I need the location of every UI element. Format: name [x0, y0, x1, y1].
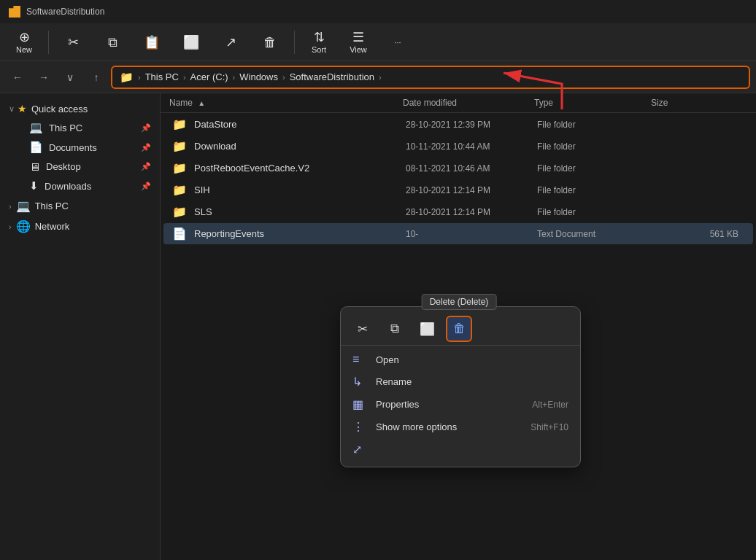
more-button[interactable]: ··· [379, 26, 416, 58]
column-name[interactable]: Name ▲ [169, 98, 403, 108]
address-chevron-4: › [379, 73, 382, 82]
file-date: 08-11-2021 10:46 AM [406, 163, 537, 174]
sidebar-item-quick-access[interactable]: ∨ ★ Quick access [3, 100, 157, 117]
cut-button[interactable]: ✂ [55, 26, 91, 58]
address-softwaredist: SoftwareDistribution [290, 71, 374, 82]
ctx-rename-button[interactable]: ⬜ [414, 316, 440, 342]
ctx-copy-button[interactable]: ⧉ [382, 316, 408, 342]
back-button[interactable]: ← [6, 66, 29, 89]
doc-icon: 📄 [172, 227, 187, 241]
new-icon: ⊕ [19, 31, 30, 44]
documents-pin-icon: 📌 [141, 143, 151, 152]
copy-button[interactable]: ⧉ [94, 26, 131, 58]
column-type[interactable]: Type [534, 98, 651, 108]
network-icon: 🌐 [16, 219, 31, 233]
table-row[interactable]: 📁 SIH 28-10-2021 12:14 PM File folder [163, 179, 753, 201]
ctx-properties-icon: ▦ [352, 397, 367, 411]
forward-button[interactable]: → [32, 66, 55, 89]
view-icon: ☰ [352, 31, 364, 44]
delete-icon: 🗑 [263, 36, 277, 49]
this-pc-pin-icon: 📌 [141, 123, 151, 133]
this-pc-label: This PC [35, 201, 69, 211]
ctx-delete-button[interactable]: 🗑 [446, 316, 472, 342]
address-folder-icon: 📁 [120, 71, 134, 84]
sidebar-item-this-pc-sub[interactable]: 💻 This PC 📌 [3, 118, 157, 137]
view-button[interactable]: ☰ View [340, 26, 377, 58]
sidebar-item-downloads[interactable]: ⬇ Downloads 📌 [3, 176, 157, 195]
sort-label: Sort [312, 45, 326, 54]
file-name: Download [194, 141, 406, 152]
table-row[interactable]: 📁 Download 10-11-2021 10:44 AM File fold… [163, 136, 753, 157]
address-windows: Windows [239, 71, 278, 82]
ctx-expand-item[interactable]: ⤢ [341, 438, 580, 461]
separator-2 [294, 31, 295, 54]
file-size: 561 KB [654, 229, 744, 239]
quick-access-label: Quick access [31, 104, 88, 114]
folder-icon: 📁 [172, 117, 187, 131]
paste-button[interactable]: 📋 [134, 26, 170, 58]
column-size[interactable]: Size [651, 98, 747, 108]
ctx-open-label: Open [376, 354, 560, 365]
delete-tooltip: Delete (Delete) [422, 294, 497, 310]
network-chevron: › [9, 222, 12, 231]
separator-1 [48, 31, 49, 54]
file-date: 28-10-2021 12:14 PM [406, 207, 537, 217]
folder-icon: 📁 [172, 183, 187, 197]
delete-button[interactable]: 🗑 [252, 26, 288, 58]
file-date: 10- [406, 229, 537, 239]
sidebar-item-network[interactable]: › 🌐 Network [3, 217, 157, 236]
file-type: File folder [537, 141, 654, 152]
ctx-rename-item[interactable]: ↳ Rename [341, 370, 580, 393]
this-pc-sub-label: This PC [49, 122, 82, 133]
file-date: 28-10-2021 12:14 PM [406, 185, 537, 195]
title-bar: SoftwareDistribution [0, 0, 756, 23]
this-pc-chevron: › [9, 202, 12, 211]
ctx-rename-label: Rename [376, 376, 560, 387]
ctx-properties-shortcut: Alt+Enter [532, 400, 568, 410]
address-this-pc: This PC [145, 71, 179, 82]
documents-label: Documents [49, 142, 97, 153]
folder-icon: 📁 [172, 161, 187, 175]
more-label: ··· [394, 38, 401, 47]
sort-button[interactable]: ⇅ Sort [301, 26, 337, 58]
sort-indicator: ▲ [198, 99, 205, 107]
ctx-more-shortcut: Shift+F10 [531, 422, 568, 432]
file-type: File folder [537, 163, 654, 174]
table-row[interactable]: 📁 SLS 28-10-2021 12:14 PM File folder [163, 201, 753, 222]
context-menu-top-icons: ✂ ⧉ ⬜ Delete (Delete) 🗑 [341, 313, 580, 346]
file-type: File folder [537, 207, 654, 217]
address-bar[interactable]: 📁 › This PC › Acer (C:) › Windows › Soft… [111, 66, 750, 89]
sidebar-item-documents[interactable]: 📄 Documents 📌 [3, 138, 157, 157]
view-label: View [350, 45, 367, 54]
address-drive: Acer (C:) [190, 71, 228, 82]
table-row[interactable]: 📁 PostRebootEventCache.V2 08-11-2021 10:… [163, 158, 753, 179]
new-button[interactable]: ⊕ New [6, 26, 42, 58]
file-name: SIH [194, 184, 406, 195]
column-date[interactable]: Date modified [403, 98, 534, 108]
downloads-pin-icon: 📌 [141, 182, 151, 191]
share-icon: ↗ [225, 36, 236, 49]
share-button[interactable]: ↗ [212, 26, 249, 58]
sort-icon: ⇅ [314, 31, 325, 44]
ctx-open-tab-item[interactable]: ≡ Open [341, 349, 580, 370]
sidebar-item-this-pc[interactable]: › 💻 This PC [3, 196, 157, 216]
up-button[interactable]: ↑ [85, 66, 108, 89]
table-row[interactable]: 📄 ReportingEvents 10- Text Document 561 … [163, 223, 753, 244]
ctx-expand-icon: ⤢ [352, 443, 367, 456]
ctx-more-options-item[interactable]: ⋮ Show more options Shift+F10 [341, 416, 580, 438]
rename-button[interactable]: ⬜ [173, 26, 209, 58]
file-date: 10-11-2021 10:44 AM [406, 141, 537, 152]
ctx-properties-item[interactable]: ▦ Properties Alt+Enter [341, 393, 580, 416]
context-menu: ✂ ⧉ ⬜ Delete (Delete) 🗑 ≡ Open ↳ Rename … [340, 306, 581, 467]
file-type: File folder [537, 120, 654, 130]
ctx-cut-button[interactable]: ✂ [350, 316, 376, 342]
address-chevron-2: › [233, 73, 236, 82]
column-date-label: Date modified [403, 98, 457, 108]
folder-icon: 📁 [172, 205, 187, 219]
sidebar-item-desktop[interactable]: 🖥 Desktop 📌 [3, 158, 157, 176]
column-type-label: Type [534, 98, 553, 108]
title-bar-text: SoftwareDistribution [26, 7, 104, 17]
table-row[interactable]: 📁 DataStore 28-10-2021 12:39 PM File fol… [163, 114, 753, 135]
dropdown-button[interactable]: ∨ [58, 66, 82, 89]
this-pc-icon: 💻 [16, 199, 31, 213]
